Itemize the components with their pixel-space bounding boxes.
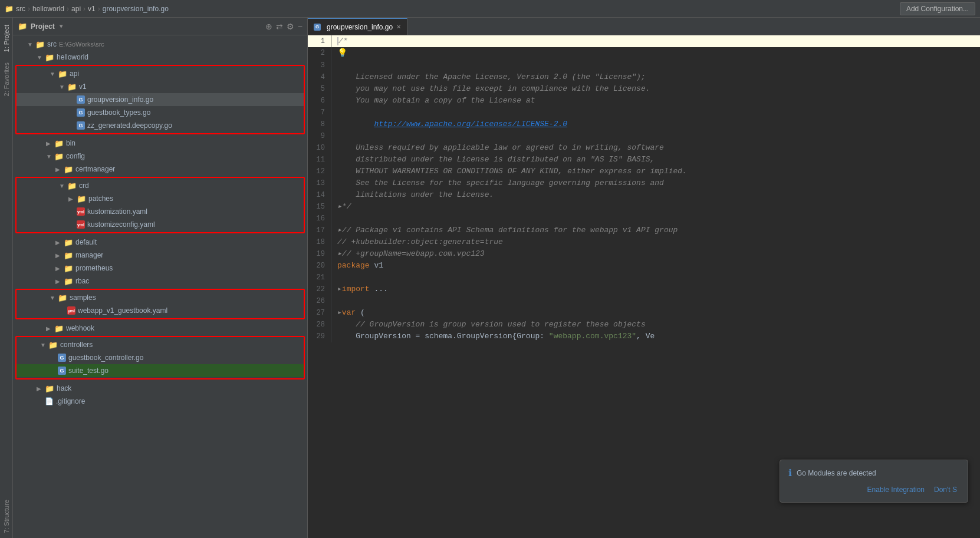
code-line-20: 20 package v1 xyxy=(308,260,980,272)
tree-row-v1[interactable]: ▼ 📁 v1 xyxy=(17,80,304,93)
tree-label-guestbook-controller: guestbook_controller.go xyxy=(68,354,143,362)
folder-icon-samples: 📁 xyxy=(58,293,67,302)
tree-row-rbac[interactable]: ▶ 📁 rbac xyxy=(13,275,307,288)
tree-label-patches: patches xyxy=(88,194,113,203)
folder-icon-api: 📁 xyxy=(58,70,67,78)
go-file-icon-zz: G xyxy=(77,121,85,130)
tree-row-controllers[interactable]: ▼ 📁 controllers xyxy=(17,338,304,351)
tree-row-guestbook-types[interactable]: G guestbook_types.go xyxy=(17,106,304,119)
tree-row-gitignore[interactable]: 📄 .gitignore xyxy=(13,395,307,408)
tree-row-webapp-yaml[interactable]: yml webapp_v1_guestbook.yaml xyxy=(17,304,304,317)
tree-row-prometheus[interactable]: ▶ 📁 prometheus xyxy=(13,262,307,275)
folder-icon-prometheus: 📁 xyxy=(64,264,73,273)
tab-label-groupversion: groupversion_info.go xyxy=(327,23,393,31)
add-configuration-button[interactable]: Add Configuration... xyxy=(900,2,975,15)
breadcrumb-file[interactable]: groupversion_info.go xyxy=(103,5,169,13)
tab-close-icon[interactable]: ✕ xyxy=(396,24,401,30)
code-line-28: 28 // GroupVersion is group version used… xyxy=(308,319,980,331)
tree-row-src[interactable]: ▼ 📁 src E:\GoWorks\src xyxy=(13,38,307,51)
scope-icon[interactable]: ⊕ xyxy=(265,22,272,31)
tree-row-samples[interactable]: ▼ 📁 samples xyxy=(17,291,304,304)
tree-row-hack[interactable]: ▶ 📁 hack xyxy=(13,382,307,395)
tree-label-certmanager: certmanager xyxy=(75,165,115,173)
favorites-tab[interactable]: 2: Favorites xyxy=(1,58,12,101)
code-line-10: 10 Unless required by applicable law or … xyxy=(308,142,980,154)
tree-row-helloworld[interactable]: ▼ 📁 helloworld xyxy=(13,51,307,64)
structure-tab[interactable]: 7: Structure xyxy=(1,495,12,538)
tree-row-crd[interactable]: ▼ 📁 crd xyxy=(17,179,304,192)
editor-tabs: G groupversion_info.go ✕ xyxy=(308,18,980,35)
notification-popup: ℹ Go Modules are detected Enable Integra… xyxy=(780,460,968,503)
tree-row-groupversion[interactable]: G groupversion_info.go xyxy=(17,93,304,106)
tree-label-samples: samples xyxy=(70,293,96,302)
expand-arrow-hack: ▶ xyxy=(37,385,45,392)
code-line-27: 27 ▸var ( xyxy=(308,307,980,319)
breadcrumb-src[interactable]: src xyxy=(16,5,25,13)
breadcrumb-api[interactable]: api xyxy=(71,5,81,13)
folder-icon-manager: 📁 xyxy=(64,251,73,260)
folder-icon-certmanager: 📁 xyxy=(64,165,73,174)
tree-row-zz-generated[interactable]: G zz_generated.deepcopy.go xyxy=(17,119,304,132)
expand-arrow-bin: ▶ xyxy=(46,140,54,147)
settings-icon[interactable]: ⚙ xyxy=(287,22,294,31)
tree-row-bin[interactable]: ▶ 📁 bin xyxy=(13,137,307,150)
folder-icon-crd: 📁 xyxy=(67,181,77,190)
project-tab[interactable]: 1: Project xyxy=(1,20,12,57)
tree-label-kustomizeconfig: kustomizeconfig.yaml xyxy=(87,220,155,229)
tree-row-suite-test[interactable]: G suite_test.go xyxy=(17,364,304,377)
tree-row-manager[interactable]: ▶ 📁 manager xyxy=(13,249,307,262)
code-line-13: 13 See the License for the specific lang… xyxy=(308,177,980,189)
tree-label-prometheus: prometheus xyxy=(75,264,113,272)
tree-label-default: default xyxy=(75,238,97,246)
breadcrumb-folder-icon: 📁 xyxy=(5,5,14,13)
breadcrumb-helloworld[interactable]: helloworld xyxy=(32,5,64,13)
code-line-8: 8 http://www.apache.org/licenses/LICENSE… xyxy=(308,118,980,130)
collapse-arrow-config: ▼ xyxy=(46,153,54,160)
collapse-icon[interactable]: ⇄ xyxy=(276,22,283,31)
tree-row-kustomization[interactable]: yml kustomization.yaml xyxy=(17,205,304,218)
code-line-15: 15 ▸*/ xyxy=(308,201,980,213)
dropdown-arrow[interactable]: ▼ xyxy=(58,23,64,29)
tree-row-config[interactable]: ▼ 📁 config xyxy=(13,150,307,163)
tree-label-gitignore: .gitignore xyxy=(56,397,85,405)
file-icon-gitignore: 📄 xyxy=(45,397,54,405)
tree-row-api[interactable]: ▼ 📁 api xyxy=(17,67,304,80)
tree-label-manager: manager xyxy=(75,251,103,259)
folder-icon-bin: 📁 xyxy=(54,139,64,148)
expand-arrow-certmanager: ▶ xyxy=(55,166,64,173)
tree-label-v1: v1 xyxy=(79,82,87,91)
tree-row-certmanager[interactable]: ▶ 📁 certmanager xyxy=(13,163,307,176)
tree-row-webhook[interactable]: ▶ 📁 webhook xyxy=(13,322,307,335)
enable-integration-button[interactable]: Enable Integration xyxy=(865,484,927,495)
tree-row-patches[interactable]: ▶ 📁 patches xyxy=(17,192,304,205)
editor-tab-groupversion[interactable]: G groupversion_info.go ✕ xyxy=(308,18,407,35)
code-line-2: 2 💡 xyxy=(308,47,980,60)
folder-icon: 📁 xyxy=(18,22,27,31)
tree-label-suite-test: suite_test.go xyxy=(68,367,108,375)
tree-label-rbac: rbac xyxy=(75,277,89,285)
tree-path-src: E:\GoWorks\src xyxy=(59,41,104,48)
tree-label-config: config xyxy=(66,152,85,160)
collapse-arrow-v1: ▼ xyxy=(59,84,67,90)
folder-icon-patches: 📁 xyxy=(77,194,86,203)
project-tree: ▼ 📁 src E:\GoWorks\src ▼ 📁 helloworld ▼ … xyxy=(13,35,307,538)
folder-icon-webhook: 📁 xyxy=(54,324,64,333)
code-line-3: 3 xyxy=(308,60,980,71)
dont-button[interactable]: Don't S xyxy=(932,484,959,495)
code-line-22: 22 ▸import ... xyxy=(308,283,980,295)
code-line-7: 7 xyxy=(308,107,980,118)
breadcrumb-v1[interactable]: v1 xyxy=(88,5,96,13)
tree-label-bin: bin xyxy=(66,139,75,147)
go-icon-guestbook-controller: G xyxy=(58,354,66,362)
collapse-arrow-api: ▼ xyxy=(50,71,58,77)
tree-row-guestbook-controller[interactable]: G guestbook_controller.go xyxy=(17,351,304,364)
go-icon-suite-test: G xyxy=(58,367,66,375)
tree-row-default[interactable]: ▶ 📁 default xyxy=(13,236,307,249)
tree-label-kustomization: kustomization.yaml xyxy=(87,207,147,216)
code-line-4: 4 Licensed under the Apache License, Ver… xyxy=(308,71,980,83)
tree-row-kustomizeconfig[interactable]: yml kustomizeconfig.yaml xyxy=(17,218,304,231)
tree-label-hack: hack xyxy=(57,384,71,392)
code-line-14: 14 limitations under the License. xyxy=(308,189,980,201)
minimize-icon[interactable]: − xyxy=(298,22,302,31)
yaml-icon-webapp: yml xyxy=(67,306,75,315)
